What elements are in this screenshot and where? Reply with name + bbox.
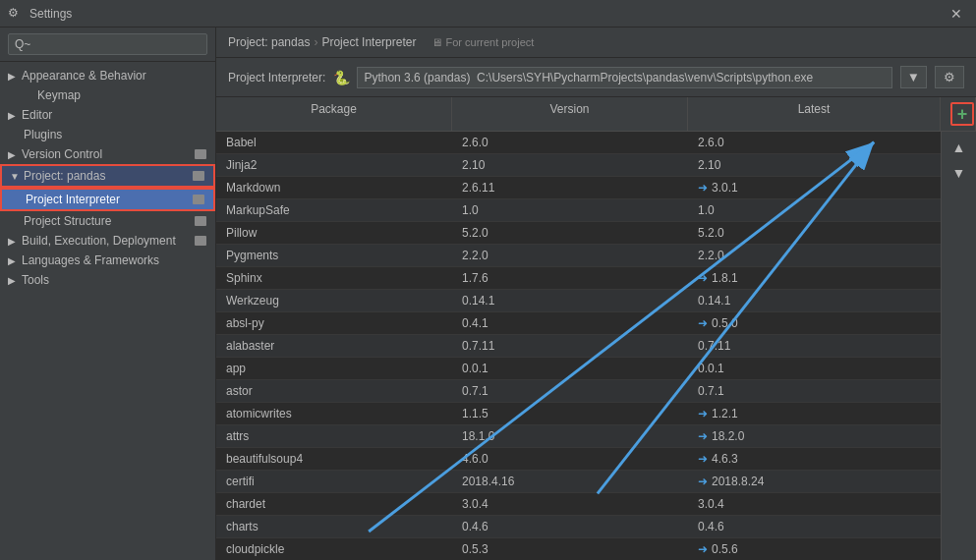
package-latest: 5.2.0 <box>688 222 941 244</box>
package-latest: 0.14.1 <box>688 290 941 311</box>
svg-rect-1 <box>193 171 204 181</box>
package-version: 1.1.5 <box>452 403 688 424</box>
package-latest: 2.10 <box>688 154 941 176</box>
package-version: 0.7.11 <box>452 335 688 357</box>
package-name: app <box>216 358 452 379</box>
sidebar-item-project-structure[interactable]: Project Structure <box>0 211 215 231</box>
interpreter-gear-button[interactable]: ⚙ <box>935 66 964 88</box>
search-input[interactable] <box>8 33 207 55</box>
table-row[interactable]: Markdown2.6.11➜3.0.1 <box>216 177 941 199</box>
package-name: astor <box>216 380 452 402</box>
sidebar-tree: ▶ Appearance & Behavior Keymap ▶ Editor … <box>0 62 215 560</box>
arrow-icon: ▶ <box>8 71 18 82</box>
project-structure-badge <box>194 214 207 228</box>
package-version: 3.0.4 <box>452 493 688 515</box>
add-package-button[interactable]: + <box>950 102 974 126</box>
project-interpreter-badge <box>192 193 205 206</box>
sidebar-item-label: Appearance & Behavior <box>22 69 146 83</box>
interpreter-dropdown-button[interactable]: ▼ <box>900 66 927 88</box>
update-arrow-icon: ➜ <box>698 452 708 466</box>
sidebar-item-label: Build, Execution, Deployment <box>22 234 176 248</box>
package-latest: 2.2.0 <box>688 245 941 266</box>
sidebar-item-label: Keymap <box>37 88 81 102</box>
package-version: 1.0 <box>452 199 688 221</box>
interpreter-label: Project Interpreter: <box>228 71 325 84</box>
update-arrow-icon: ➜ <box>698 316 708 330</box>
table-row[interactable]: absl-py0.4.1➜0.5.0 <box>216 312 941 335</box>
package-name: attrs <box>216 425 452 447</box>
package-latest: 0.7.11 <box>688 335 941 357</box>
table-row[interactable]: app0.0.10.0.1 <box>216 358 941 380</box>
sidebar-item-plugins[interactable]: Plugins <box>0 125 215 144</box>
table-row[interactable]: Jinja22.102.10 <box>216 154 941 177</box>
package-name: chardet <box>216 493 452 515</box>
table-row[interactable]: Werkzeug0.14.10.14.1 <box>216 290 941 312</box>
update-arrow-icon: ➜ <box>698 181 708 195</box>
package-latest: ➜1.8.1 <box>688 267 941 289</box>
close-button[interactable]: ✕ <box>945 4 968 24</box>
table-body: Babel2.6.02.6.0Jinja22.102.10Markdown2.6… <box>216 132 941 560</box>
table-row[interactable]: Pillow5.2.05.2.0 <box>216 222 941 245</box>
arrow-icon: ▶ <box>8 255 18 266</box>
package-table-container: Package Version Latest + Babel2.6.02.6.0… <box>216 97 976 560</box>
package-latest: ➜1.2.1 <box>688 403 941 424</box>
package-latest: ➜0.5.6 <box>688 538 941 560</box>
sidebar-item-label: Project Structure <box>24 214 111 228</box>
sidebar: ▶ Appearance & Behavior Keymap ▶ Editor … <box>0 28 216 560</box>
package-version: 2018.4.16 <box>452 471 688 492</box>
update-arrow-icon: ➜ <box>698 271 708 285</box>
table-row[interactable]: atomicwrites1.1.5➜1.2.1 <box>216 403 941 425</box>
content: Project: pandas › Project Interpreter 🖥 … <box>216 28 976 560</box>
sidebar-item-appearance[interactable]: ▶ Appearance & Behavior <box>0 66 215 85</box>
sidebar-item-version-control[interactable]: ▶ Version Control <box>0 144 215 164</box>
package-name: Sphinx <box>216 267 452 289</box>
package-name: Markdown <box>216 177 452 198</box>
search-bar <box>0 28 215 62</box>
package-name: cloudpickle <box>216 538 452 560</box>
version-control-badge <box>194 147 207 161</box>
sidebar-item-tools[interactable]: ▶ Tools <box>0 270 215 290</box>
sidebar-item-languages[interactable]: ▶ Languages & Frameworks <box>0 251 215 270</box>
table-row[interactable]: beautifulsoup44.6.0➜4.6.3 <box>216 448 941 471</box>
sidebar-item-build[interactable]: ▶ Build, Execution, Deployment <box>0 231 215 251</box>
sidebar-item-label: Project Interpreter <box>26 193 120 206</box>
sidebar-item-label: Editor <box>22 108 52 122</box>
sidebar-item-project-pandas[interactable]: ▼ Project: pandas <box>0 164 215 188</box>
package-version: 0.5.3 <box>452 538 688 560</box>
table-scroll-area: Babel2.6.02.6.0Jinja22.102.10Markdown2.6… <box>216 132 976 560</box>
sidebar-item-keymap[interactable]: Keymap <box>0 85 215 105</box>
col-actions: + <box>941 97 976 131</box>
package-version: 5.2.0 <box>452 222 688 244</box>
table-row[interactable]: astor0.7.10.7.1 <box>216 380 941 403</box>
build-badge <box>194 234 207 248</box>
sidebar-item-editor[interactable]: ▶ Editor <box>0 105 215 125</box>
sidebar-item-label: Tools <box>22 273 49 287</box>
svg-rect-0 <box>195 149 206 159</box>
breadcrumb-root: Project: pandas <box>228 35 310 49</box>
package-name: MarkupSafe <box>216 199 452 221</box>
package-name: absl-py <box>216 312 452 334</box>
python-icon: 🐍 <box>333 70 349 85</box>
table-row[interactable]: Sphinx1.7.6➜1.8.1 <box>216 267 941 290</box>
package-latest: ➜18.2.0 <box>688 425 941 447</box>
table-row[interactable]: alabaster0.7.110.7.11 <box>216 335 941 358</box>
package-name: Pillow <box>216 222 452 244</box>
svg-rect-3 <box>195 216 206 226</box>
table-row[interactable]: certifi2018.4.16➜2018.8.24 <box>216 471 941 493</box>
scroll-down-button[interactable]: ▼ <box>947 161 971 185</box>
package-version: 0.4.1 <box>452 312 688 334</box>
scroll-up-button[interactable]: ▲ <box>947 136 971 159</box>
table-row[interactable]: MarkupSafe1.01.0 <box>216 199 941 222</box>
table-row[interactable]: chardet3.0.43.0.4 <box>216 493 941 516</box>
table-row[interactable]: Babel2.6.02.6.0 <box>216 132 941 154</box>
update-arrow-icon: ➜ <box>698 429 708 443</box>
table-row[interactable]: charts0.4.60.4.6 <box>216 516 941 538</box>
table-row[interactable]: cloudpickle0.5.3➜0.5.6 <box>216 538 941 560</box>
table-row[interactable]: Pygments2.2.02.2.0 <box>216 245 941 267</box>
interpreter-path-input[interactable] <box>357 67 891 88</box>
titlebar: ⚙ Settings ✕ <box>0 0 976 28</box>
sidebar-item-project-interpreter[interactable]: Project Interpreter <box>0 188 215 211</box>
table-row[interactable]: attrs18.1.0➜18.2.0 <box>216 425 941 448</box>
sidebar-item-label: Project: pandas <box>24 169 105 183</box>
package-version: 0.4.6 <box>452 516 688 537</box>
